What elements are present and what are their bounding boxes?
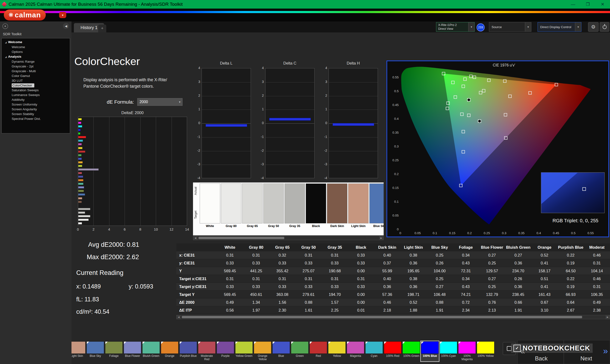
chevron-down-icon[interactable]: ▾ (575, 22, 581, 31)
meter-dropdown[interactable]: X-Rite i1Pro 2 Direct View ▾ (436, 22, 475, 32)
y-tick-label: -4 (257, 176, 264, 180)
chevron-right-icon: » (603, 346, 608, 356)
patch-button-magenta[interactable]: Magenta (347, 341, 364, 361)
patch-button-yellow-green[interactable]: Yellow Green (235, 341, 253, 361)
patch-label: Red (310, 354, 327, 358)
scroll-right-icon[interactable]: ▶ (379, 236, 383, 240)
patch-swatch (71, 341, 86, 354)
patch-button-blue[interactable]: Blue (272, 341, 290, 361)
patch-button-orange-yellow[interactable]: Orange Yellow (254, 341, 272, 361)
patch-label: Gray 35 (285, 224, 305, 228)
sidebar-item-screen-stability[interactable]: Screen Stability (2, 112, 70, 116)
patch-button-100-green[interactable]: 100% Green (402, 341, 420, 361)
sidebar-item-welcome[interactable]: Welcome (2, 45, 70, 49)
tree-section-welcome[interactable]: ◢Welcome (2, 39, 70, 45)
patch-label: Yellow Green (235, 354, 253, 358)
sidebar-item-grayscale-multi[interactable]: Grayscale - Multi (2, 69, 70, 73)
strip-patch-gray-35: Gray 35 (285, 183, 305, 228)
sidebar-item-options[interactable]: Options (2, 49, 70, 54)
patch-button-light-skin[interactable]: Light Skin (71, 341, 86, 361)
delta-h-chart: Delta H 43210-1-2-3-4 (321, 61, 380, 184)
scroll-right-icon[interactable]: ▶ (606, 315, 610, 319)
sidebar-item-saturation-sweeps[interactable]: Saturation Sweeps (2, 88, 70, 92)
x-tick-label: 0.25 (484, 231, 490, 235)
patch-button-blue-sky[interactable]: Blue Sky (86, 341, 104, 361)
sidebar-item-dynamic-range[interactable]: Dynamic Range (2, 59, 70, 64)
sidebar-item-grayscale-2pt[interactable]: Grayscale - 2pt (2, 64, 70, 69)
maximize-button[interactable]: ❐ (581, 0, 595, 9)
scrollbar-thumb[interactable] (182, 316, 582, 318)
scroll-left-icon[interactable]: ◀ (177, 315, 181, 319)
table-cell: 0.31 (322, 275, 348, 283)
table-cell: 0.25 (427, 251, 453, 259)
sidebar-item-label: Grayscale - Multi (12, 69, 36, 73)
back-label: Back (535, 355, 547, 362)
close-button[interactable]: ✕ (595, 0, 610, 9)
delta-l-title: Delta L (202, 61, 251, 65)
patch-button-red[interactable]: Red (309, 341, 327, 361)
minimize-button[interactable]: — (566, 0, 581, 9)
patch-button-purple[interactable]: Purple (216, 341, 234, 361)
patch-button-bluish-green[interactable]: Bluish Green (142, 341, 160, 361)
calman-logo[interactable]: ❋ calman (4, 10, 46, 21)
table-scrollbar[interactable]: ◀ ▶ (176, 315, 610, 319)
de-formula-select[interactable]: 2000 ▾ (137, 98, 182, 106)
table-cell: 0.46 (584, 251, 610, 259)
y-tick-label: 0.2 (394, 172, 399, 176)
target-icon[interactable] (2, 23, 8, 29)
patch-button-100-yellow[interactable]: 100% Yellow (477, 341, 495, 361)
patch-button-blue-flower[interactable]: Blue Flower (123, 341, 142, 361)
patch-swatch (310, 341, 327, 354)
scroll-left-icon[interactable]: ◀ (193, 236, 197, 240)
sidebar-collapse-button[interactable]: ◀ (63, 23, 69, 29)
patch-button-orange[interactable]: Orange (161, 341, 179, 361)
patch-button-moderate-red[interactable]: Moderate Red (198, 341, 216, 361)
column-header-moderat: Moderat (584, 244, 610, 252)
sidebar-item-colorchecker[interactable]: ColorChecker (2, 83, 70, 88)
patch-button-100-cyan[interactable]: 100% Cyan (439, 341, 457, 361)
deltae-chart-title: DeltaE 2000 (78, 111, 187, 115)
sidebar-item-spectral-power-dist-[interactable]: Spectral Power Dist. (2, 116, 70, 121)
patch-button-100-magenta[interactable]: 100% Magenta (458, 341, 476, 361)
sidebar-item-additivity[interactable]: Additivity (2, 97, 70, 102)
patch-label: Magenta (347, 354, 364, 358)
tree-section-analysis[interactable]: ◢Analysis (2, 54, 70, 59)
gear-icon[interactable]: ⚙ (588, 22, 598, 32)
delta-c-plot (265, 68, 314, 178)
table-cell: 190.68 (322, 267, 348, 275)
swatch-strip-scrollbar[interactable]: ◀ ▶ (193, 236, 384, 240)
stop-icon (507, 346, 512, 351)
table-cell: 198.71 (400, 291, 427, 299)
table-cell: 0.33 (217, 259, 243, 267)
patch-button-100-red[interactable]: 100% Red (384, 341, 402, 361)
patch-button-yellow[interactable]: Yellow (328, 341, 346, 361)
chevron-down-icon[interactable]: ▾ (468, 22, 474, 31)
y-tick-label: 4 (321, 66, 327, 70)
power-icon[interactable] (600, 22, 609, 32)
patch-button-purplish-blue[interactable]: Purplish Blue (179, 341, 197, 361)
source-dropdown[interactable]: Source ▾ (489, 22, 531, 32)
display-control-dropdown[interactable]: Direct Display Control ▾ (538, 22, 581, 32)
sidebar-item-3d-lut[interactable]: 3D LUT (2, 78, 70, 83)
de-bar-orange (78, 179, 83, 181)
chevron-down-icon[interactable]: ▾ (525, 22, 531, 31)
patch-button-green[interactable]: Green (291, 341, 309, 361)
reading-x-value: x: 0.1489 (76, 283, 101, 290)
logo-menu-dropdown[interactable]: ▾ (59, 12, 66, 18)
cie-reference-dot (478, 120, 481, 122)
patch-swatch (161, 341, 179, 354)
patch-button-cyan[interactable]: Cyan (365, 341, 383, 361)
add-tab-button[interactable]: + (98, 25, 106, 32)
sidebar-item-screen-uniformity[interactable]: Screen Uniformity (2, 102, 70, 107)
gridline (140, 117, 141, 226)
patch-button-foliage[interactable]: Foliage (105, 341, 123, 361)
logo-bar: ❋ calman ▾ (0, 9, 610, 21)
sidebar-item-luminance-sweeps[interactable]: Luminance Sweeps (2, 92, 70, 97)
x-tick-label: 2 (90, 227, 96, 231)
sidebar-item-color-gamut[interactable]: Color Gamut (2, 73, 70, 78)
scrollbar-thumb[interactable] (198, 237, 284, 239)
sidebar-item-screen-angularity[interactable]: Screen Angularity (2, 107, 70, 112)
patch-button-100-blue[interactable]: 100% Blue (421, 341, 439, 361)
table-cell: 0.32 (269, 251, 296, 259)
x-tick-label: 14 (184, 227, 190, 231)
